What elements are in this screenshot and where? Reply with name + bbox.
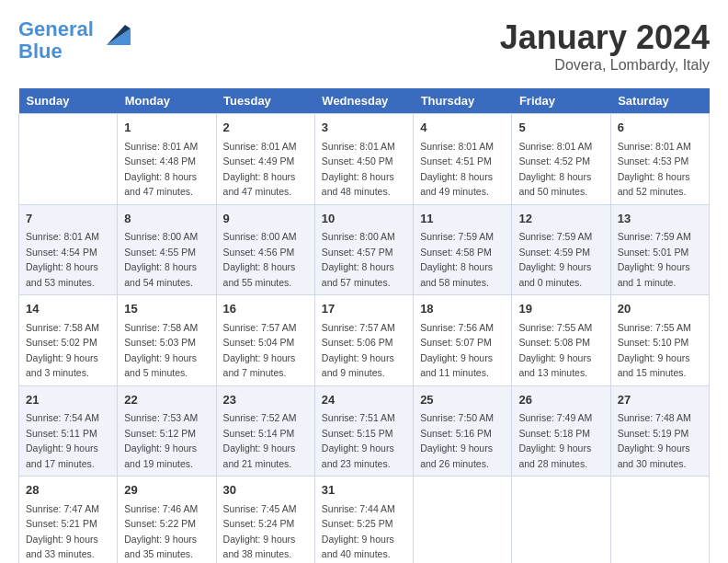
calendar-table: Sunday Monday Tuesday Wednesday Thursday… — [18, 88, 710, 563]
day-info: Sunrise: 8:01 AMSunset: 4:52 PMDaylight:… — [518, 141, 592, 198]
calendar-cell — [19, 114, 118, 205]
day-number: 1 — [124, 119, 209, 137]
day-info: Sunrise: 7:44 AMSunset: 5:25 PMDaylight:… — [322, 503, 395, 560]
day-number: 8 — [124, 210, 209, 228]
calendar-cell: 23Sunrise: 7:52 AMSunset: 5:14 PMDayligh… — [216, 385, 314, 477]
logo-line1: General — [18, 17, 94, 40]
day-info: Sunrise: 7:59 AMSunset: 5:01 PMDaylight:… — [618, 231, 691, 288]
day-number: 27 — [618, 391, 702, 409]
calendar-cell: 15Sunrise: 7:58 AMSunset: 5:03 PMDayligh… — [118, 295, 216, 386]
day-info: Sunrise: 7:59 AMSunset: 4:58 PMDaylight:… — [420, 231, 494, 288]
calendar-cell: 25Sunrise: 7:50 AMSunset: 5:16 PMDayligh… — [414, 385, 512, 477]
calendar-cell: 24Sunrise: 7:51 AMSunset: 5:15 PMDayligh… — [314, 385, 413, 477]
day-number: 29 — [124, 481, 209, 500]
day-info: Sunrise: 7:56 AMSunset: 5:07 PMDaylight:… — [420, 322, 494, 379]
calendar-cell: 6Sunrise: 8:01 AMSunset: 4:53 PMDaylight… — [610, 114, 709, 205]
calendar-cell: 17Sunrise: 7:57 AMSunset: 5:06 PMDayligh… — [314, 295, 413, 386]
calendar-cell: 28Sunrise: 7:47 AMSunset: 5:21 PMDayligh… — [19, 477, 118, 564]
calendar-cell: 4Sunrise: 8:01 AMSunset: 4:51 PMDaylight… — [414, 114, 512, 205]
title-section: January 2024 Dovera, Lombardy, Italy — [500, 18, 710, 74]
day-info: Sunrise: 7:52 AMSunset: 5:14 PMDaylight:… — [223, 412, 297, 469]
day-info: Sunrise: 7:46 AMSunset: 5:22 PMDaylight:… — [124, 503, 198, 560]
calendar-row: 1Sunrise: 8:01 AMSunset: 4:48 PMDaylight… — [19, 114, 710, 205]
day-info: Sunrise: 7:57 AMSunset: 5:06 PMDaylight:… — [322, 322, 395, 379]
day-info: Sunrise: 8:00 AMSunset: 4:55 PMDaylight:… — [124, 231, 198, 288]
day-number: 17 — [322, 300, 406, 318]
calendar-cell: 31Sunrise: 7:44 AMSunset: 5:25 PMDayligh… — [314, 477, 413, 564]
day-number: 24 — [322, 391, 406, 409]
col-wednesday: Wednesday — [314, 88, 413, 114]
day-number: 19 — [518, 300, 603, 318]
day-info: Sunrise: 8:00 AMSunset: 4:57 PMDaylight:… — [322, 231, 395, 288]
day-number: 20 — [618, 300, 702, 318]
day-info: Sunrise: 7:58 AMSunset: 5:03 PMDaylight:… — [124, 322, 198, 379]
calendar-cell: 11Sunrise: 7:59 AMSunset: 4:58 PMDayligh… — [414, 204, 512, 295]
day-info: Sunrise: 7:55 AMSunset: 5:10 PMDaylight:… — [618, 322, 691, 379]
day-number: 5 — [518, 119, 603, 137]
col-tuesday: Tuesday — [216, 88, 314, 114]
day-info: Sunrise: 8:00 AMSunset: 4:56 PMDaylight:… — [223, 231, 297, 288]
day-info: Sunrise: 7:51 AMSunset: 5:15 PMDaylight:… — [322, 412, 395, 469]
day-info: Sunrise: 8:01 AMSunset: 4:51 PMDaylight:… — [420, 141, 494, 198]
calendar-cell — [610, 477, 709, 564]
calendar-cell — [512, 477, 610, 564]
day-number: 2 — [223, 119, 308, 137]
day-number: 11 — [420, 210, 505, 228]
day-info: Sunrise: 7:47 AMSunset: 5:21 PMDaylight:… — [26, 503, 99, 560]
day-number: 28 — [26, 481, 110, 500]
calendar-cell: 19Sunrise: 7:55 AMSunset: 5:08 PMDayligh… — [512, 295, 610, 386]
calendar-cell: 8Sunrise: 8:00 AMSunset: 4:55 PMDaylight… — [118, 204, 216, 295]
col-friday: Friday — [512, 88, 610, 114]
page-header: General Blue January 2024 Dovera, Lombar… — [18, 18, 710, 74]
header-row: Sunday Monday Tuesday Wednesday Thursday… — [19, 88, 710, 114]
calendar-cell: 13Sunrise: 7:59 AMSunset: 5:01 PMDayligh… — [610, 204, 709, 295]
calendar-cell: 7Sunrise: 8:01 AMSunset: 4:54 PMDaylight… — [19, 204, 118, 295]
calendar-cell: 29Sunrise: 7:46 AMSunset: 5:22 PMDayligh… — [118, 477, 216, 564]
col-sunday: Sunday — [19, 88, 118, 114]
day-number: 23 — [223, 391, 308, 409]
day-number: 6 — [618, 119, 702, 137]
day-number: 16 — [223, 300, 308, 318]
month-title: January 2024 — [500, 18, 710, 57]
day-number: 26 — [518, 391, 603, 409]
calendar-row: 21Sunrise: 7:54 AMSunset: 5:11 PMDayligh… — [19, 385, 710, 477]
day-info: Sunrise: 7:45 AMSunset: 5:24 PMDaylight:… — [223, 503, 297, 560]
day-number: 13 — [618, 210, 702, 228]
calendar-row: 7Sunrise: 8:01 AMSunset: 4:54 PMDaylight… — [19, 204, 710, 295]
day-number: 18 — [420, 300, 505, 318]
calendar-cell: 14Sunrise: 7:58 AMSunset: 5:02 PMDayligh… — [19, 295, 118, 386]
day-info: Sunrise: 7:53 AMSunset: 5:12 PMDaylight:… — [124, 412, 198, 469]
calendar-cell: 21Sunrise: 7:54 AMSunset: 5:11 PMDayligh… — [19, 385, 118, 477]
day-info: Sunrise: 8:01 AMSunset: 4:50 PMDaylight:… — [322, 141, 395, 198]
day-info: Sunrise: 8:01 AMSunset: 4:54 PMDaylight:… — [26, 231, 99, 288]
calendar-cell: 2Sunrise: 8:01 AMSunset: 4:49 PMDaylight… — [216, 114, 314, 205]
calendar-cell: 20Sunrise: 7:55 AMSunset: 5:10 PMDayligh… — [610, 295, 709, 386]
day-number: 15 — [124, 300, 209, 318]
logo: General Blue — [18, 18, 131, 63]
calendar-cell: 27Sunrise: 7:48 AMSunset: 5:19 PMDayligh… — [610, 385, 709, 477]
day-info: Sunrise: 8:01 AMSunset: 4:49 PMDaylight:… — [223, 141, 297, 198]
day-number: 22 — [124, 391, 209, 409]
day-number: 14 — [26, 300, 110, 318]
calendar-cell: 18Sunrise: 7:56 AMSunset: 5:07 PMDayligh… — [414, 295, 512, 386]
calendar-cell: 30Sunrise: 7:45 AMSunset: 5:24 PMDayligh… — [216, 477, 314, 564]
day-info: Sunrise: 8:01 AMSunset: 4:48 PMDaylight:… — [124, 141, 198, 198]
calendar-cell: 9Sunrise: 8:00 AMSunset: 4:56 PMDaylight… — [216, 204, 314, 295]
col-thursday: Thursday — [414, 88, 512, 114]
day-info: Sunrise: 7:58 AMSunset: 5:02 PMDaylight:… — [26, 322, 99, 379]
day-info: Sunrise: 7:55 AMSunset: 5:08 PMDaylight:… — [518, 322, 592, 379]
day-number: 9 — [223, 210, 308, 228]
day-info: Sunrise: 7:49 AMSunset: 5:18 PMDaylight:… — [518, 412, 592, 469]
day-info: Sunrise: 7:48 AMSunset: 5:19 PMDaylight:… — [618, 412, 691, 469]
logo-text: General Blue — [18, 18, 94, 63]
day-number: 7 — [26, 210, 110, 228]
calendar-header: Sunday Monday Tuesday Wednesday Thursday… — [19, 88, 710, 114]
calendar-cell: 12Sunrise: 7:59 AMSunset: 4:59 PMDayligh… — [512, 204, 610, 295]
calendar-row: 14Sunrise: 7:58 AMSunset: 5:02 PMDayligh… — [19, 295, 710, 386]
day-info: Sunrise: 7:54 AMSunset: 5:11 PMDaylight:… — [26, 412, 99, 469]
day-number: 21 — [26, 391, 110, 409]
day-number: 31 — [322, 481, 406, 500]
calendar-cell: 5Sunrise: 8:01 AMSunset: 4:52 PMDaylight… — [512, 114, 610, 205]
day-number: 10 — [322, 210, 406, 228]
calendar-cell: 10Sunrise: 8:00 AMSunset: 4:57 PMDayligh… — [314, 204, 413, 295]
